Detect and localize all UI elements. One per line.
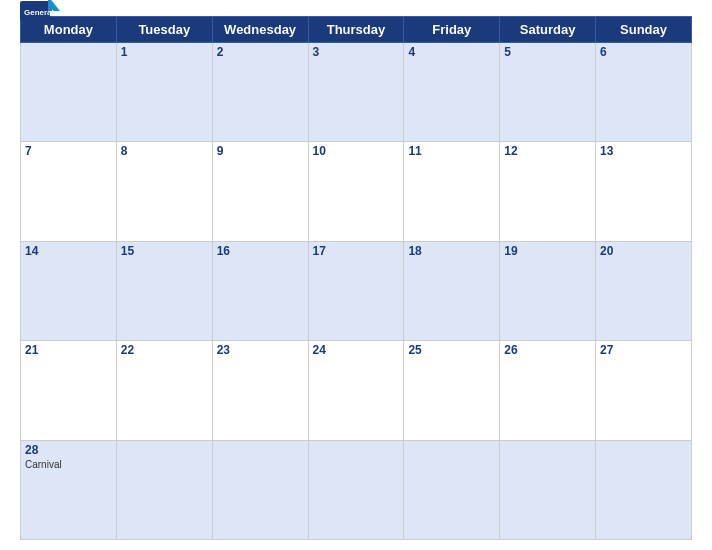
calendar-week-1: 123456 — [21, 43, 692, 142]
calendar-cell — [500, 440, 596, 539]
calendar-cell: 26 — [500, 341, 596, 440]
event-label: Carnival — [25, 459, 112, 470]
calendar-cell: 10 — [308, 142, 404, 241]
day-number: 22 — [121, 343, 208, 357]
day-number: 2 — [217, 45, 304, 59]
calendar-cell: 9 — [212, 142, 308, 241]
calendar-header-row: MondayTuesdayWednesdayThursdayFridaySatu… — [21, 17, 692, 43]
calendar-cell — [404, 440, 500, 539]
weekday-header-sunday: Sunday — [596, 17, 692, 43]
calendar-cell — [116, 440, 212, 539]
calendar-cell: 24 — [308, 341, 404, 440]
day-number: 11 — [408, 144, 495, 158]
day-number: 16 — [217, 244, 304, 258]
calendar-cell: 27 — [596, 341, 692, 440]
day-number: 26 — [504, 343, 591, 357]
weekday-header-wednesday: Wednesday — [212, 17, 308, 43]
day-number: 5 — [504, 45, 591, 59]
day-number: 20 — [600, 244, 687, 258]
weekday-header-saturday: Saturday — [500, 17, 596, 43]
calendar-cell: 5 — [500, 43, 596, 142]
day-number: 14 — [25, 244, 112, 258]
calendar-cell: 11 — [404, 142, 500, 241]
calendar-cell: 12 — [500, 142, 596, 241]
calendar-cell: 23 — [212, 341, 308, 440]
calendar-week-4: 21222324252627 — [21, 341, 692, 440]
calendar-cell: 22 — [116, 341, 212, 440]
calendar-cell: 20 — [596, 241, 692, 340]
calendar-cell — [21, 43, 117, 142]
calendar-cell: 6 — [596, 43, 692, 142]
day-number: 10 — [313, 144, 400, 158]
day-number: 17 — [313, 244, 400, 258]
day-number: 8 — [121, 144, 208, 158]
day-number: 28 — [25, 443, 112, 457]
calendar-cell — [596, 440, 692, 539]
calendar-week-5: 28Carnival — [21, 440, 692, 539]
day-number: 13 — [600, 144, 687, 158]
calendar-cell: 1 — [116, 43, 212, 142]
calendar-week-3: 14151617181920 — [21, 241, 692, 340]
day-number: 12 — [504, 144, 591, 158]
calendar-cell: 28Carnival — [21, 440, 117, 539]
calendar-cell: 18 — [404, 241, 500, 340]
calendar-cell: 2 — [212, 43, 308, 142]
day-number: 7 — [25, 144, 112, 158]
calendar-table: MondayTuesdayWednesdayThursdayFridaySatu… — [20, 16, 692, 540]
calendar-cell: 15 — [116, 241, 212, 340]
weekday-header-thursday: Thursday — [308, 17, 404, 43]
calendar-cell: 14 — [21, 241, 117, 340]
calendar-cell — [212, 440, 308, 539]
day-number: 23 — [217, 343, 304, 357]
day-number: 25 — [408, 343, 495, 357]
day-number: 6 — [600, 45, 687, 59]
calendar-cell: 19 — [500, 241, 596, 340]
weekday-header-friday: Friday — [404, 17, 500, 43]
logo: General — [20, 0, 56, 24]
calendar-cell: 8 — [116, 142, 212, 241]
calendar-cell: 4 — [404, 43, 500, 142]
day-number: 24 — [313, 343, 400, 357]
day-number: 9 — [217, 144, 304, 158]
calendar-week-2: 78910111213 — [21, 142, 692, 241]
svg-text:General: General — [24, 8, 54, 17]
calendar-cell: 7 — [21, 142, 117, 241]
calendar-cell: 17 — [308, 241, 404, 340]
day-number: 21 — [25, 343, 112, 357]
calendar-cell: 16 — [212, 241, 308, 340]
day-number: 3 — [313, 45, 400, 59]
calendar-cell: 3 — [308, 43, 404, 142]
day-number: 18 — [408, 244, 495, 258]
calendar-cell: 25 — [404, 341, 500, 440]
day-number: 4 — [408, 45, 495, 59]
weekday-header-tuesday: Tuesday — [116, 17, 212, 43]
logo-icon: General — [20, 0, 56, 24]
calendar-cell: 13 — [596, 142, 692, 241]
calendar-cell: 21 — [21, 341, 117, 440]
calendar-cell — [308, 440, 404, 539]
day-number: 19 — [504, 244, 591, 258]
day-number: 27 — [600, 343, 687, 357]
day-number: 15 — [121, 244, 208, 258]
day-number: 1 — [121, 45, 208, 59]
